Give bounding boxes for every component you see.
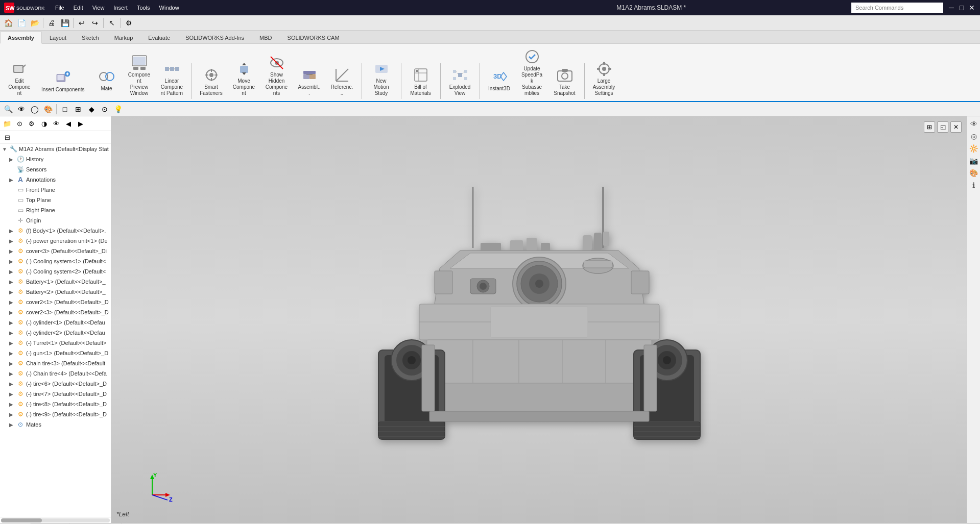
display-manager-icon[interactable]: 👁 bbox=[51, 118, 61, 129]
tree-item-cylinder1[interactable]: ▶ ⚙ (-) cylinder<1> (Default<<Defau bbox=[7, 317, 111, 328]
restore-button[interactable]: □ bbox=[958, 4, 966, 12]
right-panel-camera-icon[interactable]: 📷 bbox=[968, 155, 979, 166]
assemble-button[interactable]: Assembl... bbox=[294, 64, 325, 99]
tree-item-chain4[interactable]: ▶ ⚙ (-) Chain tire<4> (Default<<Defa bbox=[7, 368, 111, 379]
print-icon[interactable]: 🖨 bbox=[45, 17, 58, 29]
viewport[interactable]: Y Z *Left ⊞ ◱ ✕ bbox=[111, 116, 967, 523]
expand-mates[interactable]: ▶ bbox=[9, 422, 16, 428]
options-icon[interactable]: ⚙ bbox=[123, 17, 135, 29]
view-3d-icon[interactable]: ◆ bbox=[85, 103, 98, 115]
close-button[interactable]: ✕ bbox=[968, 4, 976, 12]
tree-item-root[interactable]: ▼ 🔧 M1A2 Abrams (Default<Display Stat bbox=[0, 144, 111, 154]
menu-window[interactable]: Window bbox=[155, 4, 183, 12]
expand-cover2a[interactable]: ▶ bbox=[9, 300, 16, 305]
tree-item-cover2a[interactable]: ▶ ⚙ cover2<1> (Default<<Default>_D bbox=[7, 297, 111, 307]
tree-item-body1[interactable]: ▶ ⚙ (f) Body<1> (Default<<Default>. bbox=[7, 226, 111, 236]
select-icon[interactable]: ↖ bbox=[106, 17, 118, 29]
new-icon[interactable]: 📄 bbox=[15, 17, 28, 29]
update-speedpak-button[interactable]: Update SpeedPak Subassemblies bbox=[517, 46, 547, 99]
search-input[interactable] bbox=[851, 3, 943, 13]
expand-root[interactable]: ▼ bbox=[2, 146, 9, 152]
view-palette-icon[interactable]: ⊞ bbox=[72, 103, 84, 115]
tree-horizontal-scrollbar[interactable] bbox=[0, 517, 111, 523]
minimize-button[interactable]: ─ bbox=[947, 4, 955, 12]
expand-cooling2[interactable]: ▶ bbox=[9, 269, 16, 275]
edit-component-button[interactable]: Edit Component bbox=[4, 58, 35, 99]
expand-chain3[interactable]: ▶ bbox=[9, 361, 16, 366]
feature-manager-icon[interactable]: 📁 bbox=[2, 118, 12, 129]
tree-item-tire6[interactable]: ▶ ⚙ (-) tire<6> (Default<<Default>_D bbox=[7, 379, 111, 389]
take-snapshot-button[interactable]: Take Snapshot bbox=[549, 64, 580, 99]
tab-mbd[interactable]: MBD bbox=[252, 31, 279, 43]
right-panel-display-icon[interactable]: ◎ bbox=[968, 131, 979, 142]
show-hidden-components-button[interactable]: Show Hidden Components bbox=[261, 52, 292, 99]
menu-insert[interactable]: Insert bbox=[109, 4, 132, 12]
scrollbar-thumb[interactable] bbox=[1, 518, 42, 522]
tree-item-tire9[interactable]: ▶ ⚙ (-) tire<9> (Default<<Default>_D bbox=[7, 409, 111, 419]
undo-icon[interactable]: ↩ bbox=[76, 17, 88, 29]
smart-fasteners-button[interactable]: Smart Fasteners bbox=[196, 64, 227, 99]
tab-sketch[interactable]: Sketch bbox=[74, 31, 107, 43]
orientation-icon[interactable]: ⊙ bbox=[99, 103, 111, 115]
tab-assembly[interactable]: Assembly bbox=[0, 32, 42, 44]
save-icon[interactable]: 💾 bbox=[59, 17, 71, 29]
home-icon[interactable]: 🏠 bbox=[2, 17, 14, 29]
tree-item-sensors[interactable]: 📡 Sensors bbox=[7, 164, 111, 174]
viewport-maximize-button[interactable]: ⊞ bbox=[924, 121, 935, 133]
menu-tools[interactable]: Tools bbox=[133, 4, 154, 12]
tree-item-history[interactable]: ▶ 🕐 History bbox=[7, 154, 111, 164]
tree-content[interactable]: ▼ 🔧 M1A2 Abrams (Default<Display Stat ▶ … bbox=[0, 144, 111, 517]
expand-tire9[interactable]: ▶ bbox=[9, 412, 16, 417]
tree-item-cover2b[interactable]: ▶ ⚙ cover2<3> (Default<<Default>_D bbox=[7, 307, 111, 317]
reference-button[interactable]: Referenc... bbox=[327, 64, 357, 99]
expand-cover2b[interactable]: ▶ bbox=[9, 310, 16, 315]
tab-solidworks-cam[interactable]: SOLIDWORKS CAM bbox=[280, 31, 347, 43]
nav-left-icon[interactable]: ◀ bbox=[63, 118, 74, 129]
tree-item-origin[interactable]: ✛ Origin bbox=[7, 215, 111, 226]
tab-layout[interactable]: Layout bbox=[42, 31, 74, 43]
expand-battery2[interactable]: ▶ bbox=[9, 289, 16, 295]
lights-icon[interactable]: 💡 bbox=[112, 103, 124, 115]
tree-item-chain3[interactable]: ▶ ⚙ Chain tire<3> (Default<<Default bbox=[7, 358, 111, 368]
expand-annotations[interactable]: ▶ bbox=[9, 177, 16, 183]
open-icon[interactable]: 📂 bbox=[29, 17, 41, 29]
edit-appearance-icon[interactable]: 🎨 bbox=[42, 103, 54, 115]
redo-icon[interactable]: ↪ bbox=[89, 17, 101, 29]
tree-item-power-gen[interactable]: ▶ ⚙ (-) power generation unit<1> (De bbox=[7, 236, 111, 246]
tree-item-tire7[interactable]: ▶ ⚙ (-) tire<7> (Default<<Default>_D bbox=[7, 389, 111, 399]
menu-file[interactable]: File bbox=[51, 4, 68, 12]
linear-component-pattern-button[interactable]: Linear Component Pattern bbox=[157, 58, 187, 99]
bill-of-materials-button[interactable]: Bill of Materials bbox=[405, 64, 436, 99]
tree-item-cooling2[interactable]: ▶ ⚙ (-) Cooling system<2> (Default< bbox=[7, 266, 111, 277]
expand-cover3[interactable]: ▶ bbox=[9, 248, 16, 254]
viewport-restore-button[interactable]: ◱ bbox=[937, 121, 948, 133]
tab-solidworks-addins[interactable]: SOLIDWORKS Add-Ins bbox=[178, 31, 252, 43]
section-view-icon[interactable]: □ bbox=[59, 103, 71, 115]
expand-battery1[interactable]: ▶ bbox=[9, 279, 16, 285]
right-panel-scene-icon[interactable]: 🔆 bbox=[968, 143, 979, 154]
right-panel-appearance-icon[interactable]: 🎨 bbox=[968, 167, 979, 179]
expand-cylinder2[interactable]: ▶ bbox=[9, 330, 16, 336]
view-options-icon[interactable]: 🔍 bbox=[2, 103, 14, 115]
configuration-manager-icon[interactable]: ⚙ bbox=[27, 118, 37, 129]
right-panel-view-icon[interactable]: 👁 bbox=[968, 118, 979, 130]
hide-show-icon[interactable]: ◯ bbox=[29, 103, 41, 115]
nav-right-icon[interactable]: ▶ bbox=[76, 118, 86, 129]
display-style-icon[interactable]: 👁 bbox=[15, 103, 28, 115]
expand-gun1[interactable]: ▶ bbox=[9, 351, 16, 356]
property-manager-icon[interactable]: ⊙ bbox=[14, 118, 25, 129]
move-component-button[interactable]: Move Component bbox=[229, 58, 259, 99]
expand-turret1[interactable]: ▶ bbox=[9, 340, 16, 346]
new-motion-study-button[interactable]: New Motion Study bbox=[366, 58, 397, 99]
component-preview-window-button[interactable]: Component Preview Window bbox=[124, 52, 155, 99]
large-assembly-settings-button[interactable]: Large Assembly Settings bbox=[589, 58, 619, 99]
tab-markup[interactable]: Markup bbox=[107, 31, 141, 43]
expand-chain4[interactable]: ▶ bbox=[9, 371, 16, 377]
tree-item-front-plane[interactable]: ▭ Front Plane bbox=[7, 185, 111, 195]
tree-item-annotations[interactable]: ▶ A Annotations bbox=[7, 174, 111, 185]
tree-item-cover3[interactable]: ▶ ⚙ cover<3> (Default<<Default>_Di bbox=[7, 246, 111, 256]
expand-power-gen[interactable]: ▶ bbox=[9, 238, 16, 244]
tree-item-cooling1[interactable]: ▶ ⚙ (-) Cooling system<1> (Default< bbox=[7, 256, 111, 266]
cam-manager-icon[interactable]: ◑ bbox=[39, 118, 49, 129]
tree-item-gun1[interactable]: ▶ ⚙ (-) gun<1> (Default<<Default>_D bbox=[7, 348, 111, 358]
